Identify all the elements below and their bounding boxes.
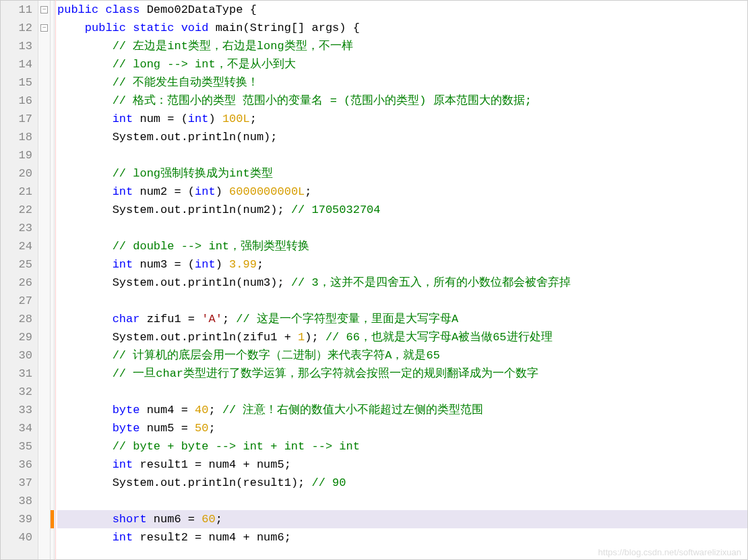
line-number[interactable]: 19 [1,146,32,164]
code-line[interactable]: int num3 = (int) 3.99; [57,255,747,274]
fold-marker[interactable] [38,474,50,492]
line-number[interactable]: 28 [1,310,32,328]
code-line[interactable]: // 不能发生自动类型转换！ [57,73,747,92]
fold-marker[interactable] [38,528,50,547]
line-number[interactable]: 11 [1,1,32,19]
code-line[interactable]: System.out.println(zifu1 + 1); // 66，也就是… [57,328,747,346]
fold-marker[interactable] [38,437,50,456]
code-line[interactable]: public class Demo02DataType { [57,1,747,19]
code-line[interactable] [57,383,747,401]
code-line[interactable]: // byte + byte --> int + int --> int [57,437,747,456]
code-line[interactable] [57,219,747,237]
fold-marker[interactable] [38,274,50,292]
code-editor[interactable]: 1112131415161718192021222324252627282930… [1,1,747,559]
code-line[interactable]: // 左边是int类型，右边是long类型，不一样 [57,37,747,55]
line-number[interactable]: 21 [1,183,32,201]
change-marker [51,237,54,255]
line-number[interactable]: 27 [1,292,32,310]
line-number[interactable]: 36 [1,456,32,474]
fold-marker[interactable] [38,128,50,146]
fold-marker[interactable] [38,219,50,237]
fold-marker[interactable]: − [38,1,50,19]
fold-marker[interactable] [38,55,50,73]
line-number[interactable]: 26 [1,274,32,292]
code-line[interactable]: byte num5 = 50; [57,419,747,437]
fold-marker[interactable] [38,73,50,92]
fold-marker[interactable] [38,328,50,346]
fold-marker[interactable] [38,346,50,365]
fold-marker[interactable] [38,492,50,510]
code-line[interactable]: System.out.println(result1); // 90 [57,474,747,492]
fold-minus-icon[interactable]: − [40,6,48,13]
line-number[interactable]: 30 [1,346,32,365]
code-line[interactable]: byte num4 = 40; // 注意！右侧的数值大小不能超过左侧的类型范围 [57,401,747,419]
line-number[interactable]: 35 [1,437,32,456]
code-line[interactable] [57,492,747,510]
code-line[interactable]: int result1 = num4 + num5; [57,456,747,474]
line-number[interactable]: 34 [1,419,32,437]
code-line[interactable] [57,146,747,164]
code-line[interactable]: int num2 = (int) 6000000000L; [57,183,747,201]
code-line[interactable]: // long --> int，不是从小到大 [57,55,747,73]
code-line[interactable]: System.out.println(num2); // 1705032704 [57,201,747,219]
fold-marker[interactable] [38,401,50,419]
fold-marker[interactable] [38,201,50,219]
line-number[interactable]: 23 [1,219,32,237]
token-ident: println [188,331,236,344]
fold-marker[interactable] [38,510,50,528]
code-line[interactable]: System.out.println(num3); // 3，这并不是四舍五入，… [57,274,747,292]
line-number[interactable]: 13 [1,37,32,55]
fold-marker[interactable] [38,164,50,183]
code-line[interactable]: // 计算机的底层会用一个数字（二进制）来代表字符A，就是65 [57,346,747,365]
code-line[interactable]: int num = (int) 100L; [57,110,747,128]
line-number[interactable]: 24 [1,237,32,255]
line-number[interactable]: 17 [1,110,32,128]
code-line[interactable]: public static void main(String[] args) { [57,19,747,37]
token-comment: // double --> int，强制类型转换 [113,240,309,253]
fold-marker[interactable] [38,419,50,437]
code-line[interactable]: int result2 = num4 + num6; [57,528,747,547]
line-number[interactable]: 22 [1,201,32,219]
line-number[interactable]: 38 [1,492,32,510]
fold-marker[interactable] [38,255,50,274]
fold-marker[interactable] [38,146,50,164]
fold-marker[interactable] [38,183,50,201]
code-line[interactable]: // 一旦char类型进行了数学运算，那么字符就会按照一定的规则翻译成为一个数字 [57,365,747,383]
token-punc: ; [284,458,291,471]
fold-marker[interactable] [38,292,50,310]
code-line[interactable]: short num6 = 60; [57,510,747,528]
line-number[interactable]: 33 [1,401,32,419]
line-number[interactable]: 37 [1,474,32,492]
fold-marker[interactable] [38,456,50,474]
fold-marker[interactable] [38,92,50,110]
code-area[interactable]: public class Demo02DataType { public sta… [55,1,747,559]
line-number[interactable]: 16 [1,92,32,110]
fold-column[interactable]: −− [38,1,51,559]
fold-marker[interactable]: − [38,19,50,37]
fold-marker[interactable] [38,310,50,328]
fold-marker[interactable] [38,37,50,55]
fold-marker[interactable] [38,383,50,401]
code-line[interactable]: // long强制转换成为int类型 [57,164,747,183]
line-number[interactable]: 18 [1,128,32,146]
line-number[interactable]: 25 [1,255,32,274]
code-line[interactable]: char zifu1 = 'A'; // 这是一个字符型变量，里面是大写字母A [57,310,747,328]
line-number[interactable]: 12 [1,19,32,37]
fold-marker[interactable] [38,365,50,383]
line-number-gutter[interactable]: 1112131415161718192021222324252627282930… [1,1,38,559]
line-number[interactable]: 14 [1,55,32,73]
line-number[interactable]: 15 [1,73,32,92]
line-number[interactable]: 31 [1,365,32,383]
line-number[interactable]: 29 [1,328,32,346]
code-line[interactable]: // double --> int，强制类型转换 [57,237,747,255]
line-number[interactable]: 39 [1,510,32,528]
line-number[interactable]: 32 [1,383,32,401]
line-number[interactable]: 20 [1,164,32,183]
code-line[interactable]: // 格式：范围小的类型 范围小的变量名 = (范围小的类型) 原本范围大的数据… [57,92,747,110]
code-line[interactable]: System.out.println(num); [57,128,747,146]
line-number[interactable]: 40 [1,528,32,547]
fold-marker[interactable] [38,237,50,255]
fold-marker[interactable] [38,110,50,128]
fold-minus-icon[interactable]: − [40,24,48,32]
code-line[interactable] [57,292,747,310]
